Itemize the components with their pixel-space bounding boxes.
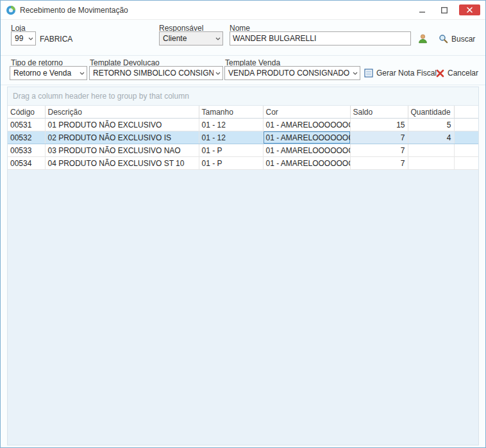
app-icon <box>6 5 16 15</box>
grid-cell-filler <box>454 119 478 131</box>
loja-select[interactable]: 99 <box>11 31 36 46</box>
column-header-saldo[interactable]: Saldo <box>350 106 408 119</box>
window-title: Recebimento de Movimentação <box>20 6 128 15</box>
search-icon <box>439 34 448 44</box>
gerar-nota-fiscal-button[interactable]: Gerar Nota Fiscal <box>362 67 439 79</box>
grid-cell[interactable] <box>408 157 454 170</box>
column-header-tamanho[interactable]: Tamanho <box>199 106 263 119</box>
maximize-button[interactable] <box>437 4 451 15</box>
loja-select-value: 99 <box>15 34 26 43</box>
maximize-icon <box>441 7 448 13</box>
grid: Drag a column header here to group by th… <box>7 87 479 445</box>
grid-cell[interactable]: 01 - 12 <box>199 131 263 144</box>
close-icon <box>467 7 473 13</box>
grid-body: 0053101 PRODUTO NÃO EXCLUSIVO01 - 1201 -… <box>8 119 478 170</box>
grid-table: Código Descrição Tamanho Cor Saldo Quant… <box>8 106 478 170</box>
separator <box>1 85 485 85</box>
grid-cell[interactable]: 01 - P <box>199 144 263 157</box>
close-button[interactable] <box>459 4 480 15</box>
nome-input[interactable] <box>230 31 411 46</box>
cancelar-label: Cancelar <box>448 69 478 78</box>
tipo-retorno-select-value: Retorno e Venda <box>13 69 78 78</box>
grid-row[interactable]: 0053404 PRODUTO NÃO EXCLUSIVO ST 1001 - … <box>8 157 478 170</box>
responsavel-select-value: Cliente <box>163 34 214 43</box>
buscar-button[interactable]: Buscar <box>437 33 477 45</box>
grid-cell-filler <box>454 131 478 144</box>
group-by-panel[interactable]: Drag a column header here to group by th… <box>8 87 478 106</box>
titlebar: Recebimento de Movimentação <box>1 1 485 20</box>
grid-cell[interactable]: 01 - AMARELOOOOOOOOOO <box>263 119 350 131</box>
tipo-retorno-select[interactable]: Retorno e Venda <box>10 66 87 80</box>
grid-header-row: Código Descrição Tamanho Cor Saldo Quant… <box>8 106 478 119</box>
grid-cell[interactable]: 01 - AMARELOOOOOOOOOO <box>263 131 350 144</box>
group-by-hint: Drag a column header here to group by th… <box>13 92 189 101</box>
column-header-codigo[interactable]: Código <box>8 106 45 119</box>
grid-cell[interactable]: 4 <box>408 131 454 144</box>
grid-cell[interactable]: 00534 <box>8 157 45 170</box>
column-header-descricao[interactable]: Descrição <box>45 106 199 119</box>
grid-cell-filler <box>454 144 478 157</box>
grid-cell[interactable]: 7 <box>350 144 408 157</box>
grid-row[interactable]: 0053101 PRODUTO NÃO EXCLUSIVO01 - 1201 -… <box>8 119 478 131</box>
responsavel-select[interactable]: Cliente <box>159 31 223 46</box>
grid-cell[interactable]: 03 PRODUTO NÃO EXCLUSIVO NAO <box>45 144 199 157</box>
column-header-cor[interactable]: Cor <box>263 106 350 119</box>
invoice-icon <box>364 69 373 78</box>
template-venda-select[interactable]: VENDA PRODUTO CONSIGNADO <box>224 66 360 80</box>
column-header-filler <box>454 106 478 119</box>
minimize-icon <box>419 7 426 13</box>
grid-cell-filler <box>454 157 478 170</box>
window-controls <box>415 4 480 15</box>
chevron-down-icon <box>353 72 358 75</box>
grid-cell[interactable]: 01 PRODUTO NÃO EXCLUSIVO <box>45 119 199 131</box>
chevron-down-icon <box>215 37 221 40</box>
app-window: Recebimento de Movimentação Loja 99 FABR… <box>0 0 486 448</box>
cancel-x-icon <box>436 69 444 78</box>
grid-cell[interactable]: 01 - AMARELOOOOOOOOOO <box>263 157 350 170</box>
grid-cell[interactable] <box>408 144 454 157</box>
grid-cell[interactable]: 7 <box>350 157 408 170</box>
grid-cell[interactable]: 01 - P <box>199 157 263 170</box>
grid-cell[interactable]: 02 PRODUTO NÃO EXCLUSIVO IS <box>45 131 199 144</box>
grid-cell[interactable]: 15 <box>350 119 408 131</box>
grid-cell[interactable]: 00533 <box>8 144 45 157</box>
template-devolucao-select-value: RETORNO SIMBOLICO CONSIGNAÇÃO <box>93 69 214 78</box>
chevron-down-icon <box>215 72 221 75</box>
grid-cell[interactable]: 00531 <box>8 119 45 131</box>
template-venda-select-value: VENDA PRODUTO CONSIGNADO <box>228 69 351 78</box>
grid-cell[interactable]: 5 <box>408 119 454 131</box>
grid-cell[interactable]: 04 PRODUTO NÃO EXCLUSIVO ST 10 <box>45 157 199 170</box>
grid-cell[interactable]: 00532 <box>8 131 45 144</box>
grid-cell[interactable]: 01 - 12 <box>199 119 263 131</box>
grid-row[interactable]: 0053202 PRODUTO NÃO EXCLUSIVO IS01 - 120… <box>8 131 478 144</box>
chevron-down-icon <box>28 37 33 40</box>
grid-cell[interactable]: 01 - AMARELOOOOOOOOOO <box>263 144 350 157</box>
template-devolucao-select[interactable]: RETORNO SIMBOLICO CONSIGNAÇÃO <box>89 66 223 80</box>
person-icon <box>417 33 428 44</box>
minimize-button[interactable] <box>415 4 430 15</box>
separator <box>1 55 485 56</box>
gerar-nota-fiscal-label: Gerar Nota Fiscal <box>376 69 437 78</box>
chevron-down-icon <box>80 72 85 75</box>
cancelar-button[interactable]: Cancelar <box>434 67 480 79</box>
grid-row[interactable]: 0053303 PRODUTO NÃO EXCLUSIVO NAO01 - P0… <box>8 144 478 157</box>
column-header-quantidade[interactable]: Quantidade <box>408 106 454 119</box>
loja-store-name: FABRICA <box>40 35 72 44</box>
select-person-button[interactable] <box>414 31 432 46</box>
grid-cell[interactable]: 7 <box>350 131 408 144</box>
buscar-button-label: Buscar <box>451 35 475 44</box>
